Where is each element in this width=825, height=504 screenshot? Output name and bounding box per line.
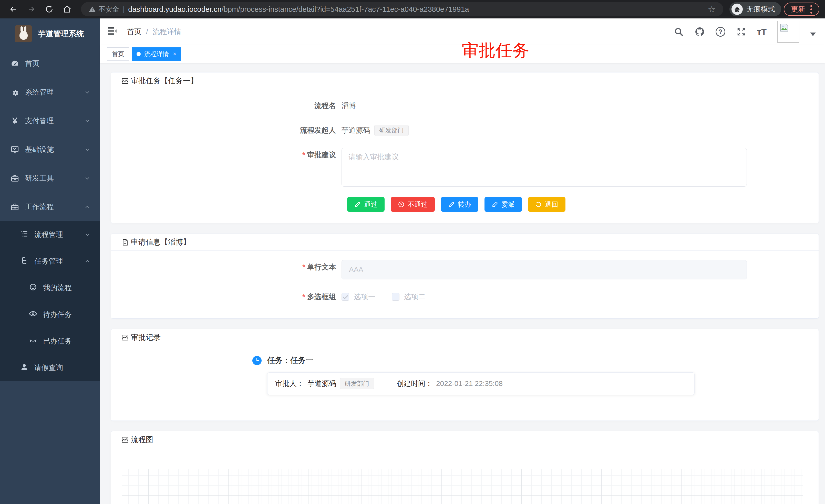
- checkbox-unchecked-icon[interactable]: [392, 293, 399, 301]
- circle-close-icon: [398, 201, 404, 208]
- address-bar[interactable]: 不安全 | dashboard.yudao.iocoder.cn/bpm/pro…: [81, 2, 723, 16]
- tab-home[interactable]: 首页: [107, 48, 129, 61]
- header-actions: ? ᴛT: [674, 21, 816, 43]
- reload-icon[interactable]: [42, 2, 57, 17]
- back-icon[interactable]: [6, 2, 21, 17]
- checkbox-label: 选项二: [404, 289, 426, 304]
- forward-icon[interactable]: [23, 2, 39, 17]
- created-time-label: 创建时间：: [397, 379, 433, 389]
- breadcrumb-home[interactable]: 首页: [127, 27, 141, 36]
- suggestion-label: 审批建议: [121, 148, 342, 162]
- sidebar-item-leave-query[interactable]: 请假查询: [0, 354, 100, 381]
- checkbox-group-label: 多选框组: [121, 289, 342, 304]
- sidebar-item-label: 系统管理: [25, 87, 84, 97]
- breadcrumb-current: 流程详情: [153, 27, 181, 36]
- tab-close-icon[interactable]: ×: [173, 51, 176, 57]
- home-icon[interactable]: [60, 2, 75, 17]
- checkbox-option-2[interactable]: 选项二: [392, 289, 426, 304]
- warning-icon: [89, 6, 96, 13]
- checkbox-checked-icon[interactable]: [342, 293, 349, 301]
- app-title: 芋道管理系统: [38, 29, 84, 39]
- bookmark-star-icon[interactable]: ☆: [708, 4, 716, 14]
- sidebar-item-label: 支付管理: [25, 116, 84, 126]
- app-logo: [15, 25, 32, 42]
- card-title: 申请信息【滔博】: [131, 237, 191, 247]
- refresh-left-icon: [535, 201, 542, 208]
- approver-dept-tag: 研发部门: [340, 378, 374, 389]
- chevron-down-icon: [84, 89, 91, 95]
- chevron-down-icon: [84, 175, 91, 182]
- single-text-label: 单行文本: [121, 260, 342, 274]
- avatar[interactable]: [777, 21, 799, 43]
- user-menu-caret-icon[interactable]: [810, 32, 816, 36]
- face-icon: [29, 283, 38, 293]
- task-title: 任务：任务一: [267, 355, 313, 366]
- sidebar-item-workflow[interactable]: 工作流程: [0, 192, 100, 221]
- security-label: 不安全: [98, 5, 119, 14]
- sidebar-item-payment[interactable]: 支付管理: [0, 106, 100, 135]
- search-icon[interactable]: [674, 27, 684, 37]
- record-detail-box: 审批人： 芋道源码 研发部门 创建时间： 2022-01-21 22:35:08: [267, 372, 695, 395]
- button-label: 委派: [502, 200, 515, 209]
- broken-image-icon: [779, 22, 790, 33]
- sidebar-item-label: 首页: [25, 59, 91, 68]
- eye-closed-icon: [29, 336, 38, 346]
- app-logo-row[interactable]: 芋道管理系统: [0, 18, 100, 49]
- document-icon: [121, 238, 129, 246]
- update-label: 更新: [791, 4, 805, 14]
- sidebar-item-my-process[interactable]: 我的流程: [0, 274, 100, 301]
- sidebar-item-infrastructure[interactable]: 基础设施: [0, 135, 100, 164]
- process-name-value: 滔博: [342, 99, 356, 113]
- reject-button[interactable]: 不通过: [391, 197, 435, 212]
- checkbox-option-1[interactable]: 选项一: [342, 289, 375, 304]
- tab-process-detail[interactable]: 流程详情 ×: [132, 48, 180, 61]
- sidebar-item-label: 流程管理: [34, 230, 84, 240]
- fullscreen-icon[interactable]: [736, 27, 746, 37]
- flow-icon: [20, 256, 29, 267]
- delegate-button[interactable]: 委派: [484, 197, 522, 212]
- help-icon[interactable]: ?: [716, 27, 725, 36]
- button-label: 通过: [364, 200, 377, 209]
- sidebar-item-task-mgmt[interactable]: 任务管理: [0, 248, 100, 274]
- edit-icon: [448, 201, 455, 208]
- sidebar-item-label: 基础设施: [25, 145, 84, 154]
- user-icon: [20, 363, 29, 373]
- clock-icon: [252, 356, 261, 365]
- transfer-button[interactable]: 转办: [441, 197, 478, 212]
- sidebar-item-home[interactable]: 首页: [0, 49, 100, 78]
- bpmn-diagram-canvas[interactable]: [122, 469, 803, 504]
- record-card-header: 审批记录: [111, 329, 819, 346]
- sidebar-collapse-icon[interactable]: [106, 26, 119, 38]
- sidebar-item-label: 工作流程: [25, 202, 84, 212]
- suggestion-row: 审批建议: [121, 148, 808, 187]
- sidebar-item-todo-tasks[interactable]: 待办任务: [0, 301, 100, 328]
- security-warning[interactable]: 不安全: [89, 5, 119, 14]
- card-title: 审批记录: [131, 332, 161, 343]
- single-text-input[interactable]: [342, 260, 747, 279]
- github-icon[interactable]: [695, 27, 705, 37]
- font-size-icon[interactable]: ᴛT: [757, 27, 767, 37]
- approval-buttons: 通过 不通过 转办 委派: [347, 197, 808, 212]
- suggestion-textarea[interactable]: [342, 148, 747, 187]
- browser-menu-icon[interactable]: [810, 5, 812, 14]
- card-title: 审批任务【任务一】: [131, 76, 198, 86]
- checkbox-label: 选项一: [354, 289, 375, 304]
- sidebar-item-system[interactable]: 系统管理: [0, 78, 100, 106]
- update-button[interactable]: 更新: [784, 3, 819, 16]
- sidebar-item-label: 请假查询: [34, 363, 91, 372]
- briefcase-icon: [10, 202, 19, 212]
- process-name-row: 流程名 滔博: [121, 99, 808, 113]
- single-text-row: 单行文本: [121, 260, 808, 279]
- button-label: 退回: [545, 200, 558, 209]
- sidebar-item-process-mgmt[interactable]: 流程管理: [0, 221, 100, 248]
- approve-button[interactable]: 通过: [347, 197, 385, 212]
- approval-card-header: 审批任务【任务一】: [111, 73, 819, 89]
- application-card-header: 申请信息【滔博】: [111, 234, 819, 251]
- picture-icon: [121, 436, 129, 443]
- sidebar-item-done-tasks[interactable]: 已办任务: [0, 328, 100, 354]
- edit-icon: [492, 201, 498, 208]
- return-button[interactable]: 退回: [528, 197, 566, 212]
- picture-icon: [121, 77, 129, 85]
- approval-record-card: 审批记录 任务：任务一 审批人： 芋道源码 研发部门 创建时间： 2022-01…: [111, 329, 819, 421]
- sidebar-item-devtools[interactable]: 研发工具: [0, 164, 100, 192]
